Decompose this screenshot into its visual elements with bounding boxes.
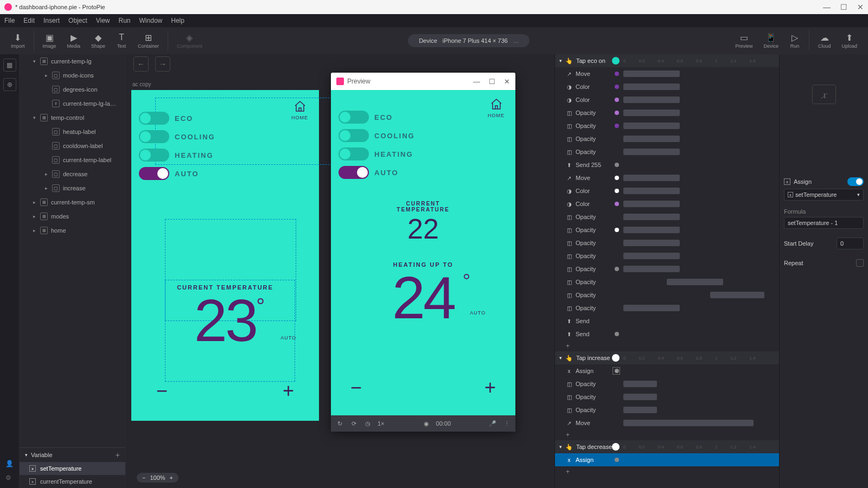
mode-toggle-row[interactable]: AUTO (139, 167, 319, 180)
preview-maximize[interactable]: ☐ (489, 78, 495, 86)
response-row[interactable]: ◫Opacity (555, 119, 779, 132)
response-row[interactable]: ◫Opacity (555, 210, 779, 223)
device-selector[interactable]: Device iPhone 7 Plus 414 × 736 … (408, 34, 529, 47)
cloud-button[interactable]: ☁Cloud (813, 30, 837, 51)
layer-row[interactable]: ▸⊞modes (20, 209, 125, 223)
menu-file[interactable]: File (4, 17, 15, 24)
response-row[interactable]: ↗Move (555, 171, 779, 184)
upload-button[interactable]: ⬆Upload (836, 30, 863, 51)
preview-viewport[interactable]: HOME ECOCOOLINGHEATINGAUTO CURRENT TEMPE… (331, 90, 515, 415)
response-row[interactable]: ◫Opacity (555, 223, 779, 236)
component-tool[interactable]: ◈Component (171, 30, 208, 51)
trigger-row[interactable]: ▾👆Tap increase00.20.40.60.811.21.4 (555, 351, 779, 364)
zoom-in[interactable]: + (170, 474, 173, 481)
canvas[interactable]: ← → ac copy HOME ECOCOOLINGHEATINGAUTO C… (126, 54, 554, 488)
layer-row[interactable]: ▢current-temp-label (20, 153, 125, 167)
trigger-row[interactable]: ▾👆Tap decrease00.20.40.60.811.21.4 (555, 440, 779, 453)
response-row[interactable]: ◑Color (555, 93, 779, 106)
preview-minimize[interactable]: — (473, 78, 480, 86)
speed-value[interactable]: 1× (378, 420, 385, 427)
record-icon[interactable]: ◉ (422, 419, 431, 428)
toggle-switch[interactable] (139, 149, 169, 162)
response-row[interactable]: ◫Opacity (555, 377, 779, 390)
layer-row[interactable]: ▢heatup-label (20, 125, 125, 139)
increase-button[interactable]: + (484, 376, 496, 399)
scenes-tab[interactable]: ▦ (3, 59, 16, 72)
refresh-icon[interactable]: ⟳ (349, 419, 358, 428)
toggle-switch[interactable] (139, 167, 169, 180)
menu-insert[interactable]: Insert (43, 17, 60, 24)
response-row[interactable]: ⬆Send (555, 328, 779, 341)
response-row[interactable]: ◫Opacity (555, 288, 779, 301)
run-button[interactable]: ▷Run (784, 30, 806, 51)
response-row[interactable]: ◫Opacity (555, 275, 779, 288)
layer-row[interactable]: ▸▢increase (20, 181, 125, 195)
close-button[interactable]: ✕ (857, 3, 864, 11)
response-row[interactable]: ◫Opacity (555, 249, 779, 262)
response-row[interactable]: ⬆Send 255 (555, 158, 779, 171)
variable-row[interactable]: xcurrentTemperature (20, 475, 125, 488)
increase-button[interactable]: + (283, 380, 294, 402)
layer-row[interactable]: ▢degrees-icon (20, 82, 125, 97)
toggle-switch[interactable] (339, 166, 369, 179)
variable-select[interactable]: x setTemperature▾ (784, 189, 864, 201)
mode-toggle-row[interactable]: AUTO (339, 166, 515, 179)
layer-row[interactable]: ▢cooldown-label (20, 139, 125, 153)
decrease-button[interactable]: − (156, 380, 168, 402)
preview-button[interactable]: ▭Preview (730, 30, 758, 51)
layer-row[interactable]: ▸⊞home (20, 223, 125, 237)
shape-tool[interactable]: ◆Shape (86, 30, 111, 51)
add-variable-button[interactable]: + (116, 451, 120, 459)
layer-row[interactable]: ▾⊞temp-control (20, 111, 125, 125)
interaction-tab[interactable]: ⊕ (3, 78, 16, 91)
maximize-button[interactable]: ☐ (840, 3, 847, 11)
decrease-button[interactable]: − (350, 376, 362, 399)
device-button[interactable]: 📱Device (758, 30, 784, 51)
response-row[interactable]: ◫Opacity (555, 236, 779, 249)
mic-icon[interactable]: 🎤 (488, 419, 497, 428)
layer-row[interactable]: ▾⊞current-temp-lg (20, 54, 125, 68)
preview-titlebar[interactable]: Preview — ☐ ✕ (331, 73, 515, 90)
layer-row[interactable]: Tcurrent-temp-lg-la… (20, 97, 125, 111)
media-tool[interactable]: ▶Media (62, 30, 86, 51)
more-icon[interactable]: ⋮ (502, 419, 511, 428)
menu-object[interactable]: Object (68, 17, 87, 24)
container-tool[interactable]: ⊞Container (132, 30, 164, 51)
response-row[interactable]: ◑Color (555, 184, 779, 197)
layer-row[interactable]: ▸▢decrease (20, 167, 125, 181)
response-row[interactable]: ◫Opacity (555, 132, 779, 145)
text-tool[interactable]: TText (111, 30, 132, 51)
toggle-switch[interactable] (339, 147, 369, 160)
delay-input[interactable] (837, 237, 864, 249)
repeat-checkbox[interactable] (856, 259, 864, 267)
nav-forward-button[interactable]: → (155, 56, 170, 72)
menu-view[interactable]: View (96, 17, 110, 24)
response-row[interactable]: ◫Opacity (555, 262, 779, 275)
trigger-row[interactable]: ▾👆Tap eco on00.20.40.60.811.21.4 (555, 54, 779, 67)
toggle-switch[interactable] (339, 129, 369, 142)
user-icon[interactable]: 👤 (5, 460, 14, 467)
layer-row[interactable]: ▸⊞current-temp-sm (20, 195, 125, 209)
response-row[interactable]: xAssign (555, 453, 779, 466)
response-row[interactable]: ⬆Send (555, 314, 779, 328)
toggle-switch[interactable] (139, 112, 169, 125)
add-response-button[interactable]: + (555, 341, 779, 351)
home-button[interactable]: HOME (488, 98, 505, 118)
menu-window[interactable]: Window (139, 17, 163, 24)
nav-back-button[interactable]: ← (133, 56, 149, 72)
reload-icon[interactable]: ↻ (335, 419, 344, 428)
assign-toggle[interactable] (847, 177, 864, 186)
mode-toggle-row[interactable]: COOLING (339, 129, 515, 142)
minimize-button[interactable]: — (823, 3, 831, 11)
response-row[interactable]: ◑Color (555, 197, 779, 210)
menu-edit[interactable]: Edit (23, 17, 35, 24)
artboard[interactable]: HOME ECOCOOLINGHEATINGAUTO CURRENT TEMPE… (131, 90, 319, 421)
response-row[interactable]: ◫Opacity (555, 301, 779, 314)
variable-row[interactable]: xsetTemperature (20, 462, 125, 475)
mode-toggle-row[interactable]: HEATING (339, 147, 515, 160)
clock-icon[interactable]: ◷ (363, 419, 372, 428)
import-button[interactable]: ⬇Import (5, 30, 30, 51)
response-row[interactable]: ↗Move (555, 416, 779, 429)
response-row[interactable]: ◫Opacity (555, 403, 779, 416)
layer-row[interactable]: ▸▢mode-icons (20, 68, 125, 82)
